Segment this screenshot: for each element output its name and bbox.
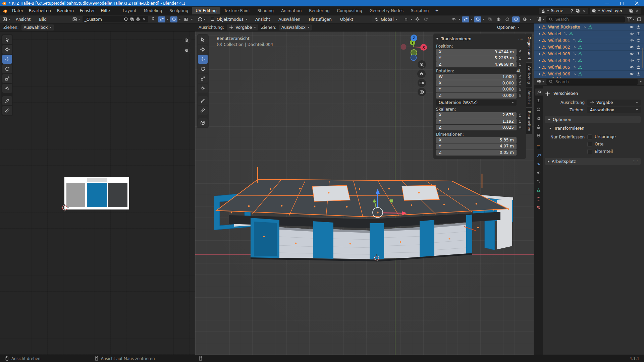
hide-eye-icon[interactable] xyxy=(630,25,634,29)
ptab-tool[interactable] xyxy=(535,88,543,96)
tab-scripting[interactable]: Scripting xyxy=(407,7,432,14)
lock-button[interactable] xyxy=(517,62,523,66)
menu-rendern[interactable]: Rendern xyxy=(54,7,77,14)
uv-menu-ansicht[interactable]: Ansicht xyxy=(13,16,34,23)
tab-sculpting[interactable]: Sculpting xyxy=(166,7,192,14)
tab-modeling[interactable]: Modeling xyxy=(140,7,166,14)
outliner-row[interactable]: Würfel.006 xyxy=(534,70,644,77)
ptab-material[interactable] xyxy=(535,195,543,202)
properties-type-button[interactable] xyxy=(536,79,544,84)
expand-caret-icon[interactable] xyxy=(539,39,540,42)
dimensions-z-field[interactable]: Z0.05 m xyxy=(436,149,517,156)
outliner-row[interactable]: Wand.Rückseite xyxy=(534,23,644,30)
vp-tool-select-box-button[interactable] xyxy=(198,35,208,44)
unlink-image-icon[interactable] xyxy=(142,17,146,21)
ptab-scene[interactable] xyxy=(535,123,543,130)
copy-viewlayer-icon[interactable] xyxy=(629,9,633,13)
lock-button[interactable] xyxy=(517,113,523,117)
3d-model-building[interactable] xyxy=(214,167,513,261)
remove-viewlayer-icon[interactable] xyxy=(635,9,639,13)
mode-dropdown[interactable]: Objektmodus xyxy=(208,16,250,22)
lock-button[interactable] xyxy=(517,56,523,60)
vp-pan-button[interactable] xyxy=(417,70,426,78)
vp-menu-objekt[interactable]: Objekt xyxy=(337,16,356,23)
chevron-down-icon[interactable] xyxy=(640,81,642,82)
uv-tool-annotate-button[interactable] xyxy=(2,96,12,105)
tab-compositing[interactable]: Compositing xyxy=(333,7,366,14)
ptab-texture[interactable] xyxy=(535,204,543,211)
vp-tool-scale-button[interactable] xyxy=(198,74,208,83)
panel-grip-icon[interactable]: ∷∷ xyxy=(633,160,638,163)
proportional-falloff-button[interactable] xyxy=(422,16,429,22)
uv-tool-rotate-button[interactable] xyxy=(2,64,12,73)
sidebar-tab-ansicht[interactable]: Ansicht xyxy=(526,87,532,107)
outliner-row[interactable]: Würfel.002 xyxy=(534,44,644,50)
blender-menu-icon[interactable] xyxy=(3,8,8,13)
properties-search-input[interactable] xyxy=(555,79,590,84)
object-name[interactable]: Würfel.004 xyxy=(548,58,570,63)
rotation-w-field[interactable]: W1.000 xyxy=(436,74,517,80)
uv-zoom-button[interactable] xyxy=(182,36,191,45)
vp-tool-cursor-button[interactable] xyxy=(198,45,208,54)
close-button[interactable] xyxy=(629,0,644,6)
vp-tool-add-cube-button[interactable] xyxy=(198,118,208,127)
vp-ziehen-dropdown[interactable]: Auswahlbox xyxy=(279,24,312,31)
object-name[interactable]: Würfel.006 xyxy=(548,72,570,76)
ausrichtung-dropdown[interactable]: Vorgabe xyxy=(227,24,258,31)
minimize-button[interactable] xyxy=(600,0,614,6)
position-z-field[interactable]: Z4.9868 m xyxy=(436,61,517,67)
xray-toggle[interactable] xyxy=(486,16,493,22)
lock-button[interactable] xyxy=(517,87,523,92)
image-name-field[interactable]: _Custom xyxy=(83,16,148,22)
viewlayer-selector[interactable]: ViewLayer xyxy=(590,8,641,14)
uv-tool-move-button[interactable] xyxy=(2,55,12,64)
shading-material-button[interactable] xyxy=(512,16,520,22)
options-panel-header[interactable]: Optionen ∷∷ xyxy=(545,116,641,123)
sidebar-tab-gegenstand[interactable]: Gegenstand xyxy=(526,34,532,62)
ptab-output[interactable] xyxy=(535,106,543,113)
uv-menu-bild[interactable]: Bild xyxy=(36,16,50,23)
vp-menu-auswaehlen[interactable]: Auswählen xyxy=(275,16,303,23)
copy-image-icon[interactable] xyxy=(130,17,134,21)
hide-eye-icon[interactable] xyxy=(630,58,634,63)
uv-tool-select-box-button[interactable] xyxy=(2,35,12,44)
vp-tool-rotate-button[interactable] xyxy=(198,64,208,73)
orientation-dropdown[interactable]: Global xyxy=(372,16,400,22)
uv-overlay-toggle[interactable] xyxy=(170,16,177,22)
lock-button[interactable] xyxy=(517,75,523,79)
vp-tool-transform-button[interactable] xyxy=(198,84,208,93)
render-camera-icon[interactable] xyxy=(636,45,641,49)
sidebar-tab-werkzeug[interactable]: Werkzeug xyxy=(526,63,532,87)
uv-canvas[interactable] xyxy=(0,32,195,355)
sidebar-tab-bearbeiten[interactable]: Bearbeiten xyxy=(526,108,532,134)
new-collection-icon[interactable] xyxy=(637,17,642,22)
pin-image-icon[interactable] xyxy=(151,17,156,22)
show-object-types-button[interactable] xyxy=(450,16,457,22)
lock-button[interactable] xyxy=(517,93,523,98)
render-camera-icon[interactable] xyxy=(636,32,641,36)
outliner-row[interactable]: Würfel.003 xyxy=(534,50,644,57)
expand-caret-icon[interactable] xyxy=(539,26,540,28)
render-camera-icon[interactable] xyxy=(636,38,641,43)
panel-grip-icon[interactable]: ∷∷ xyxy=(518,37,523,41)
options-dropdown[interactable]: Optionen xyxy=(495,24,522,31)
shading-wireframe-button[interactable] xyxy=(495,16,502,22)
position-y-field[interactable]: Y5.2263 m xyxy=(436,55,517,61)
skylight-panel[interactable] xyxy=(402,185,439,200)
menu-fenster[interactable]: Fenster xyxy=(77,7,98,14)
outliner-row[interactable]: Würfel xyxy=(534,30,644,37)
properties-search[interactable] xyxy=(546,79,638,85)
ptab-render[interactable] xyxy=(535,97,543,104)
tab-uv-editing[interactable]: UV Editing xyxy=(192,7,220,14)
uv-tool-scale-button[interactable] xyxy=(2,74,12,83)
object-name[interactable]: Würfel.003 xyxy=(548,52,570,56)
outliner-row[interactable]: Würfel.005 xyxy=(534,64,644,70)
render-camera-icon[interactable] xyxy=(636,72,641,76)
ptab-physics[interactable] xyxy=(535,169,543,176)
outliner-search-input[interactable] xyxy=(555,17,590,22)
vp-tool-measure-button[interactable] xyxy=(198,106,208,115)
scale-x-field[interactable]: X2.675 xyxy=(436,112,517,118)
object-name[interactable]: Würfel xyxy=(548,32,561,36)
maximize-button[interactable] xyxy=(614,0,629,6)
outliner-search[interactable] xyxy=(546,16,625,22)
